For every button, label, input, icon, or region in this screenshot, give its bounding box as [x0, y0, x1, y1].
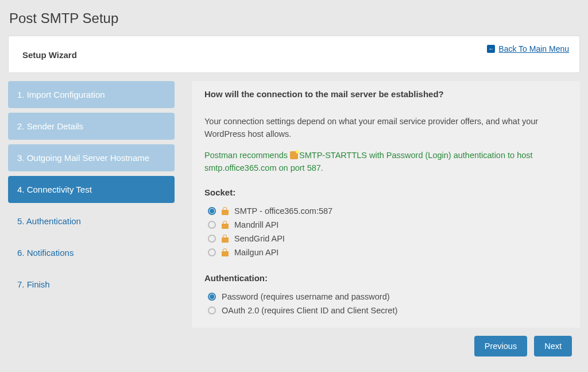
content-question: How will the connection to the mail serv… [204, 89, 567, 99]
radio-icon [208, 248, 216, 256]
socket-label: SMTP - office365.com:587 [234, 206, 332, 216]
wizard-footer: Previous Next [192, 328, 580, 356]
auth-section-label: Authentication: [204, 273, 567, 283]
sparkle-key-icon [290, 151, 298, 159]
wizard-content-panel: How will the connection to the mail serv… [192, 81, 580, 328]
auth-label: Password (requires username and password… [222, 292, 390, 301]
step-label: Finish [27, 279, 50, 289]
wizard-card: Setup Wizard ← Back To Main Menu [8, 36, 580, 73]
step-number: 7. [17, 279, 27, 289]
step-label: Import Configuration [27, 90, 105, 99]
auth-options: Password (requires username and password… [204, 290, 567, 317]
back-link-label: Back To Main Menu [498, 44, 569, 53]
socket-label: Mandrill API [234, 220, 278, 229]
wizard-step-7[interactable]: 7. Finish [8, 271, 175, 298]
socket-option[interactable]: Mandrill API [204, 218, 567, 232]
wizard-step-4[interactable]: 4. Connectivity Test [8, 176, 175, 203]
step-number: 3. [17, 153, 27, 163]
socket-option[interactable]: Mailgun API [204, 246, 567, 259]
radio-icon [208, 293, 216, 301]
wizard-step-2[interactable]: 2. Sender Details [8, 113, 175, 140]
recommend-prefix: Postman recommends [204, 151, 290, 160]
auth-label: OAuth 2.0 (requires Client ID and Client… [222, 306, 397, 315]
content-description: Your connection settings depend on what … [204, 115, 567, 141]
radio-icon [208, 221, 216, 229]
wizard-step-5[interactable]: 5. Authentication [8, 208, 175, 235]
auth-option[interactable]: OAuth 2.0 (requires Client ID and Client… [204, 304, 567, 317]
socket-section-label: Socket: [204, 187, 567, 197]
step-label: Connectivity Test [27, 185, 92, 194]
radio-icon [208, 235, 216, 243]
step-number: 5. [17, 216, 26, 226]
previous-button[interactable]: Previous [474, 336, 527, 356]
socket-option[interactable]: SendGrid API [204, 232, 567, 246]
lock-icon [222, 221, 229, 229]
card-heading: Setup Wizard [19, 50, 569, 60]
lock-icon [222, 207, 229, 215]
step-number: 6. [17, 248, 27, 258]
socket-option[interactable]: SMTP - office365.com:587 [204, 204, 567, 218]
socket-options: SMTP - office365.com:587Mandrill APISend… [204, 204, 567, 259]
radio-icon [208, 306, 216, 315]
wizard-step-3[interactable]: 3. Outgoing Mail Server Hostname [8, 144, 175, 171]
page-title: Post SMTP Setup [0, 0, 588, 36]
lock-icon [222, 248, 229, 256]
auth-option[interactable]: Password (requires username and password… [204, 290, 567, 304]
step-number: 1. [17, 90, 27, 99]
step-label: Authentication [26, 216, 81, 226]
socket-label: SendGrid API [234, 234, 285, 243]
back-arrow-icon: ← [487, 45, 495, 53]
step-number: 2. [17, 121, 27, 131]
wizard-step-1[interactable]: 1. Import Configuration [8, 81, 175, 108]
radio-icon [208, 207, 216, 215]
step-number: 4. [17, 185, 27, 194]
step-label: Notifications [27, 248, 74, 258]
recommendation-text: Postman recommends SMTP-STARTTLS with Pa… [204, 149, 567, 175]
back-to-main-link[interactable]: ← Back To Main Menu [487, 44, 569, 53]
step-label: Outgoing Mail Server Hostname [27, 153, 149, 163]
next-button[interactable]: Next [534, 336, 572, 356]
step-label: Sender Details [27, 121, 83, 131]
wizard-step-6[interactable]: 6. Notifications [8, 239, 175, 266]
lock-icon [222, 235, 229, 243]
wizard-steps-sidebar: 1. Import Configuration2. Sender Details… [8, 81, 175, 356]
socket-label: Mailgun API [234, 248, 278, 257]
